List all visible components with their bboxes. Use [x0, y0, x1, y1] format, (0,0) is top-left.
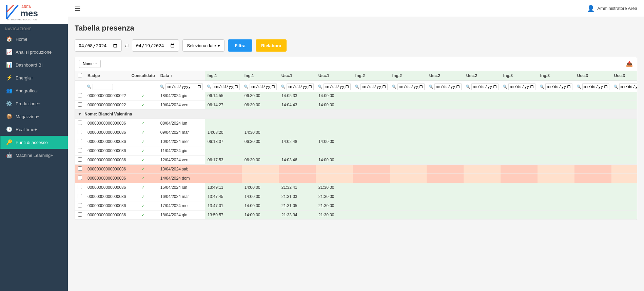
- th-consolidato: Consolidato: [129, 71, 157, 81]
- user-name: Amministratore Area: [597, 6, 637, 11]
- row-checkbox[interactable]: [78, 130, 82, 134]
- sidebar-item-anagrafica[interactable]: 👥 Anagrafica+: [0, 84, 68, 97]
- filter-usc2b-input[interactable]: [471, 83, 499, 90]
- consolidato-check-icon: ✓: [141, 121, 145, 126]
- consolidato-check-icon: ✓: [141, 203, 145, 208]
- table-row: 00000000000000036 ✓ 18/04/2024 gio 13:50…: [75, 211, 637, 220]
- row-checkbox-cell: [75, 128, 85, 137]
- row-usc2: [427, 119, 464, 128]
- row-checkbox-cell: [75, 201, 85, 211]
- date-from-input[interactable]: [75, 39, 122, 52]
- filter-badge-input[interactable]: [93, 84, 113, 90]
- row-checkbox-cell: [75, 119, 85, 128]
- row-usc1: 21:31:05: [279, 201, 316, 211]
- export-icon[interactable]: 📥: [626, 61, 633, 67]
- row-ing1b: 14:00:00: [242, 211, 279, 220]
- row-usc1: 21:31:03: [279, 192, 316, 201]
- row-usc1b: [316, 174, 353, 183]
- filter-usc1b-input[interactable]: [324, 83, 351, 90]
- row-checkbox[interactable]: [78, 212, 82, 217]
- sidebar-icon-realtime: 🕒: [6, 126, 12, 132]
- sidebar-item-energia[interactable]: ⚡ Energia+: [0, 71, 68, 84]
- filter-usc3-input[interactable]: [582, 83, 609, 90]
- sidebar-item-magazzino[interactable]: 📦 Magazzino+: [0, 110, 68, 123]
- filter-ing3b: 🔍: [538, 81, 574, 92]
- sidebar-item-punti-accesso[interactable]: 🔑 Punti di accesso: [0, 136, 68, 149]
- table-row: 00000000000000036 ✓ 14/04/2024 dom 🔴: [75, 174, 637, 183]
- filter-ing1b: 🔍: [242, 81, 279, 92]
- row-usc3b: [611, 211, 637, 220]
- row-checkbox[interactable]: [78, 203, 82, 207]
- date-to-input[interactable]: [132, 39, 179, 52]
- filter-ing3b-input[interactable]: [545, 83, 572, 90]
- rielabora-button[interactable]: Rielabora: [256, 39, 287, 52]
- select-all-checkbox[interactable]: [78, 73, 82, 77]
- row-usc1: [279, 146, 316, 156]
- row-ing2b: [390, 101, 427, 110]
- hamburger-icon[interactable]: ☰: [75, 4, 81, 13]
- group-header-row: ▼ Nome: Bianchi Valentina: [75, 110, 637, 119]
- row-usc3b: [611, 183, 637, 192]
- row-ing3b: [538, 192, 574, 201]
- filter-data-input[interactable]: [165, 83, 203, 90]
- row-checkbox[interactable]: [78, 148, 82, 152]
- row-checkbox[interactable]: [78, 121, 82, 125]
- filter-usc3b-input[interactable]: [619, 83, 637, 90]
- row-checkbox[interactable]: [78, 194, 82, 198]
- filtra-button[interactable]: Filtra: [228, 39, 252, 52]
- row-checkbox[interactable]: [78, 139, 82, 143]
- filter-ing2: 🔍: [353, 81, 390, 92]
- row-usc2: [427, 165, 464, 174]
- filter-ing3: 🔍: [501, 81, 538, 92]
- row-data: 16/04/2024 mar: [158, 192, 205, 201]
- sidebar: AREA mes INTERLINKED EVOLUTION NAVIGAZIO…: [0, 0, 68, 291]
- row-checkbox[interactable]: [78, 185, 82, 189]
- row-ing2b: [390, 165, 427, 174]
- filter-ing1-input[interactable]: [213, 83, 240, 90]
- sidebar-item-machine-learning[interactable]: 🤖 Machine Learning+: [0, 149, 68, 162]
- filter-ing2-input[interactable]: [360, 83, 388, 90]
- row-consolidato: ✓: [129, 119, 157, 128]
- sidebar-item-dashboard-bi[interactable]: 📊 Dashboard BI: [0, 58, 68, 71]
- row-ing3b: [538, 183, 574, 192]
- row-ing1: [205, 119, 242, 128]
- th-usc3: Usc.3: [574, 71, 611, 81]
- row-checkbox[interactable]: [78, 157, 82, 162]
- sort-nome-button[interactable]: Nome ↑: [79, 60, 101, 68]
- content-area: Tabella presenza al Seleziona date ▾ Fil…: [68, 17, 644, 291]
- row-checkbox[interactable]: [78, 176, 82, 180]
- sidebar-label-dashboard-bi: Dashboard BI: [16, 62, 43, 68]
- presenza-table: Badge Consolidato Data ↑ Ing.1 Ing.1 Usc…: [75, 71, 637, 220]
- group-toggle-icon[interactable]: ▼: [78, 112, 82, 116]
- row-checkbox-cell: [75, 211, 85, 220]
- row-checkbox[interactable]: [78, 166, 82, 171]
- filter-usc1-input[interactable]: [287, 83, 314, 90]
- sidebar-item-home[interactable]: 🏠 Home: [0, 33, 68, 46]
- filter-usc2-input[interactable]: [434, 83, 462, 90]
- filter-ing2b-input[interactable]: [397, 83, 425, 90]
- row-ing3: [501, 91, 538, 101]
- row-usc3b: [611, 101, 637, 110]
- select-date-label: Seleziona date: [187, 43, 216, 48]
- sidebar-item-realtime[interactable]: 🕒 RealTime+: [0, 123, 68, 136]
- row-checkbox[interactable]: [78, 102, 82, 107]
- row-badge: 00000000000000036: [85, 119, 129, 128]
- row-usc3b: [611, 91, 637, 101]
- th-ing3b: Ing.3: [538, 71, 574, 81]
- select-date-button[interactable]: Seleziona date ▾: [182, 39, 225, 52]
- row-usc1: 14:02:48: [279, 137, 316, 146]
- sidebar-item-produzione[interactable]: ⚙️ Produzione+: [0, 97, 68, 110]
- row-checkbox-cell: [75, 183, 85, 192]
- row-checkbox[interactable]: [78, 93, 82, 97]
- row-usc2: [427, 137, 464, 146]
- row-ing3: [501, 156, 538, 165]
- sidebar-item-analisi-produzione[interactable]: 📈 Analisi produzione: [0, 46, 68, 58]
- row-ing2: [353, 211, 390, 220]
- group-name: Nome: Bianchi Valentina: [84, 112, 132, 116]
- filter-ing1b-input[interactable]: [250, 83, 277, 90]
- filter-ing3-input[interactable]: [508, 83, 535, 90]
- consolidato-check-icon: ✓: [141, 93, 145, 98]
- row-usc3: [574, 146, 611, 156]
- row-usc1b: [316, 165, 353, 174]
- row-usc2: [427, 128, 464, 137]
